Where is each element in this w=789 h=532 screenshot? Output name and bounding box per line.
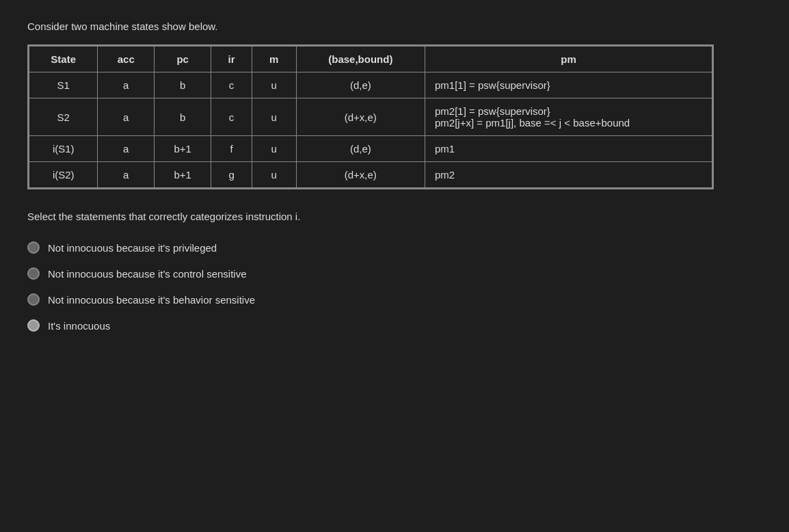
option-item-2[interactable]: Not innocuous because it's behavior sens…: [27, 293, 762, 306]
cell-m-row0: u: [252, 72, 296, 98]
pm-line: pm1[1] = psw{supervisor}: [435, 79, 702, 91]
cell-pc-row0: b: [155, 72, 211, 98]
machine-states-table: State acc pc ir m (base,bound) pm S1abcu…: [27, 44, 714, 189]
cell-ir-row3: g: [211, 162, 252, 188]
cell-pm-row0: pm1[1] = psw{supervisor}: [425, 72, 712, 98]
col-header-m: m: [252, 46, 296, 72]
cell-m-row1: u: [252, 98, 296, 136]
radio-circle-icon: [27, 293, 40, 306]
option-item-3[interactable]: It's innocuous: [27, 319, 762, 332]
col-header-state: State: [29, 46, 98, 72]
option-item-0[interactable]: Not innocuous because it's privileged: [27, 241, 762, 254]
cell-pm-row2: pm1: [425, 136, 712, 162]
table-row: i(S2)ab+1gu(d+x,e)pm2: [29, 162, 712, 188]
col-header-base-bound: (base,bound): [296, 46, 425, 72]
radio-circle-icon: [27, 267, 40, 280]
option-label: Not innocuous because it's behavior sens…: [48, 294, 255, 306]
col-header-acc: acc: [98, 46, 155, 72]
pm-line: pm1: [435, 143, 702, 155]
table-row: i(S1)ab+1fu(d,e)pm1: [29, 136, 712, 162]
radio-circle-icon: [27, 241, 40, 254]
cell-ir-row0: c: [211, 72, 252, 98]
cell-pm-row3: pm2: [425, 162, 712, 188]
option-label: Not innocuous because it's control sensi…: [48, 268, 247, 280]
cell-acc-row3: a: [98, 162, 155, 188]
cell-m-row3: u: [252, 162, 296, 188]
option-item-1[interactable]: Not innocuous because it's control sensi…: [27, 267, 762, 280]
cell-ir-row1: c: [211, 98, 252, 136]
col-header-pm: pm: [425, 46, 712, 72]
table-row: S1abcu(d,e)pm1[1] = psw{supervisor}: [29, 72, 712, 98]
pm-line: pm2: [435, 169, 702, 181]
cell-pc-row1: b: [155, 98, 211, 136]
options-list: Not innocuous because it's privilegedNot…: [27, 241, 762, 332]
option-label: Not innocuous because it's privileged: [48, 242, 217, 254]
cell-state-row1: S2: [29, 98, 98, 136]
cell-base_bound-row1: (d+x,e): [296, 98, 425, 136]
intro-text: Consider two machine states show below.: [27, 21, 762, 32]
cell-pc-row3: b+1: [155, 162, 211, 188]
cell-ir-row2: f: [211, 136, 252, 162]
option-label: It's innocuous: [48, 320, 110, 332]
col-header-ir: ir: [211, 46, 252, 72]
cell-base_bound-row0: (d,e): [296, 72, 425, 98]
cell-acc-row2: a: [98, 136, 155, 162]
cell-pc-row2: b+1: [155, 136, 211, 162]
pm-line: pm2[j+x] = pm1[j], base =< j < base+boun…: [435, 117, 702, 129]
cell-acc-row1: a: [98, 98, 155, 136]
cell-state-row0: S1: [29, 72, 98, 98]
question-text: Select the statements that correctly cat…: [27, 211, 762, 222]
cell-state-row2: i(S1): [29, 136, 98, 162]
col-header-pc: pc: [155, 46, 211, 72]
cell-state-row3: i(S2): [29, 162, 98, 188]
pm-line: pm2[1] = psw{supervisor}: [435, 105, 702, 117]
cell-base_bound-row2: (d,e): [296, 136, 425, 162]
cell-m-row2: u: [252, 136, 296, 162]
cell-base_bound-row3: (d+x,e): [296, 162, 425, 188]
table-row: S2abcu(d+x,e)pm2[1] = psw{supervisor}pm2…: [29, 98, 712, 136]
cell-pm-row1: pm2[1] = psw{supervisor}pm2[j+x] = pm1[j…: [425, 98, 712, 136]
cell-acc-row0: a: [98, 72, 155, 98]
radio-circle-icon: [27, 319, 40, 332]
